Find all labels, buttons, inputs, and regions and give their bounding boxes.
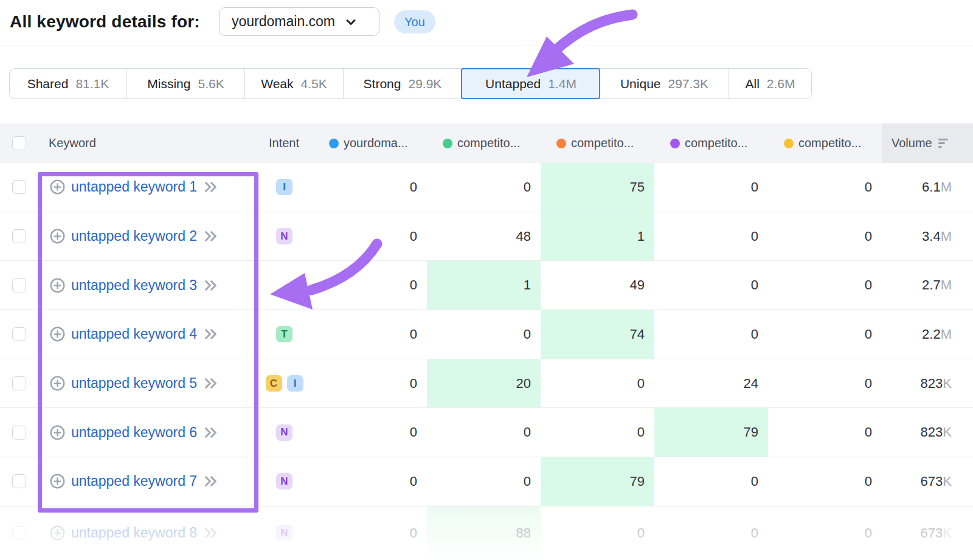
tab-strong[interactable]: Strong29.9K <box>343 69 462 99</box>
add-keyword-icon[interactable] <box>49 326 66 342</box>
row-checkbox-cell <box>0 163 39 212</box>
filter-tabs: Shared81.1KMissing5.6KWeak4.5KStrong29.9… <box>9 68 812 99</box>
intent-badge-n: N <box>276 228 293 244</box>
volume-value: 3.4 <box>922 229 941 244</box>
position-cell: 20 <box>427 359 541 408</box>
keyword-link[interactable]: untapped keyword 8 <box>71 525 197 541</box>
tab-all[interactable]: All2.6M <box>729 69 811 99</box>
chevron-down-icon <box>344 15 358 29</box>
select-all-checkbox[interactable] <box>12 136 26 150</box>
competitor-column-header-2[interactable]: competito... <box>427 123 541 163</box>
volume-cell: 3.4M <box>882 212 973 261</box>
keyword-link[interactable]: untapped keyword 3 <box>71 277 197 294</box>
table-row: untapped keyword 6 N 0 0 0 79 0 823K <box>0 408 973 457</box>
row-checkbox[interactable] <box>12 229 26 243</box>
keyword-link[interactable]: untapped keyword 7 <box>71 473 197 489</box>
position-cell: 0 <box>654 506 768 560</box>
intent-badge-c: C <box>266 375 282 392</box>
tab-weak[interactable]: Weak4.5K <box>244 69 343 99</box>
double-chevron-right-icon[interactable] <box>203 473 219 489</box>
position-cell: 79 <box>654 408 768 457</box>
volume-value: 673 <box>921 525 943 541</box>
competitor-column-header-3[interactable]: competito... <box>541 123 654 163</box>
position-cell: 74 <box>541 310 654 359</box>
keyword-cell: untapped keyword 3 <box>39 261 255 309</box>
row-checkbox[interactable] <box>12 376 26 390</box>
row-checkbox[interactable] <box>12 426 26 440</box>
row-checkbox[interactable] <box>12 526 26 540</box>
keyword-link[interactable]: untapped keyword 5 <box>71 375 197 392</box>
add-keyword-icon[interactable] <box>49 525 66 541</box>
position-cell: 0 <box>313 506 427 560</box>
double-chevron-right-icon[interactable] <box>203 375 219 392</box>
position-cell: 0 <box>768 506 882 560</box>
volume-suffix: K <box>943 376 952 392</box>
keyword-link[interactable]: untapped keyword 4 <box>71 326 197 342</box>
intent-badge-i: I <box>287 375 303 392</box>
competitor-label: competito... <box>457 136 520 150</box>
tab-count: 29.9K <box>408 77 441 91</box>
volume-column-header[interactable]: Volume <box>882 123 973 163</box>
row-checkbox[interactable] <box>12 180 26 194</box>
tab-count: 297.3K <box>668 77 709 91</box>
row-checkbox-cell <box>0 457 39 506</box>
domain-selector-dropdown[interactable]: yourdomain.com <box>219 7 379 36</box>
row-checkbox-cell <box>0 506 39 560</box>
position-cell: 0 <box>768 212 882 261</box>
tab-untapped[interactable]: Untapped1.4M <box>462 69 600 99</box>
tab-unique[interactable]: Unique297.3K <box>600 69 729 99</box>
volume-value: 6.1 <box>922 179 941 195</box>
volume-cell: 6.1M <box>882 163 973 212</box>
double-chevron-right-icon[interactable] <box>203 525 219 541</box>
intent-cell: I <box>255 163 313 212</box>
intent-cell: N <box>255 408 313 457</box>
position-cell: 0 <box>313 359 427 408</box>
tab-label: Unique <box>620 77 661 91</box>
keyword-column-header[interactable]: Keyword <box>39 123 255 163</box>
tab-label: Weak <box>261 77 293 91</box>
volume-value: 673 <box>921 474 943 489</box>
row-checkbox[interactable] <box>12 278 26 292</box>
double-chevron-right-icon[interactable] <box>203 277 219 294</box>
keyword-link[interactable]: untapped keyword 6 <box>71 424 197 441</box>
double-chevron-right-icon[interactable] <box>203 179 219 195</box>
intent-badge-n: N <box>276 525 293 541</box>
position-cell: 0 <box>313 212 427 261</box>
tab-missing[interactable]: Missing5.6K <box>126 69 244 99</box>
double-chevron-right-icon[interactable] <box>203 424 219 441</box>
row-checkbox[interactable] <box>12 474 26 488</box>
competitor-column-header-5[interactable]: competito... <box>768 123 882 163</box>
table-row: untapped keyword 3 0 1 49 0 0 2.7M <box>0 261 973 310</box>
volume-header-label: Volume <box>892 136 932 150</box>
volume-cell: 2.7M <box>882 261 973 309</box>
position-cell: 0 <box>654 261 768 309</box>
add-keyword-icon[interactable] <box>49 277 66 294</box>
position-cell: 0 <box>313 310 427 359</box>
volume-cell: 823K <box>882 408 973 457</box>
add-keyword-icon[interactable] <box>49 228 66 244</box>
row-checkbox[interactable] <box>12 327 26 341</box>
competitor-column-header-1[interactable]: yourdoma... <box>313 123 427 163</box>
intent-cell: N <box>255 506 313 560</box>
add-keyword-icon[interactable] <box>49 424 66 441</box>
row-checkbox-cell <box>0 359 39 408</box>
keyword-link[interactable]: untapped keyword 2 <box>71 228 197 244</box>
row-checkbox-cell <box>0 408 39 457</box>
competitor-column-header-4[interactable]: competito... <box>654 123 768 163</box>
position-cell: 79 <box>541 457 654 506</box>
double-chevron-right-icon[interactable] <box>203 228 219 244</box>
select-all-cell <box>0 123 39 163</box>
position-cell: 0 <box>541 359 654 408</box>
tab-shared[interactable]: Shared81.1K <box>10 69 126 99</box>
keyword-link[interactable]: untapped keyword 1 <box>71 179 197 195</box>
add-keyword-icon[interactable] <box>49 375 66 392</box>
double-chevron-right-icon[interactable] <box>203 326 219 342</box>
sort-descending-icon <box>938 139 948 148</box>
row-checkbox-cell <box>0 261 39 309</box>
intent-column-header[interactable]: Intent <box>255 123 313 163</box>
add-keyword-icon[interactable] <box>49 179 66 195</box>
add-keyword-icon[interactable] <box>49 473 66 489</box>
competitor-label: yourdoma... <box>344 136 408 150</box>
tab-count: 2.6M <box>767 77 795 91</box>
table-row: untapped keyword 5 CI 0 20 0 24 0 823K <box>0 359 973 409</box>
